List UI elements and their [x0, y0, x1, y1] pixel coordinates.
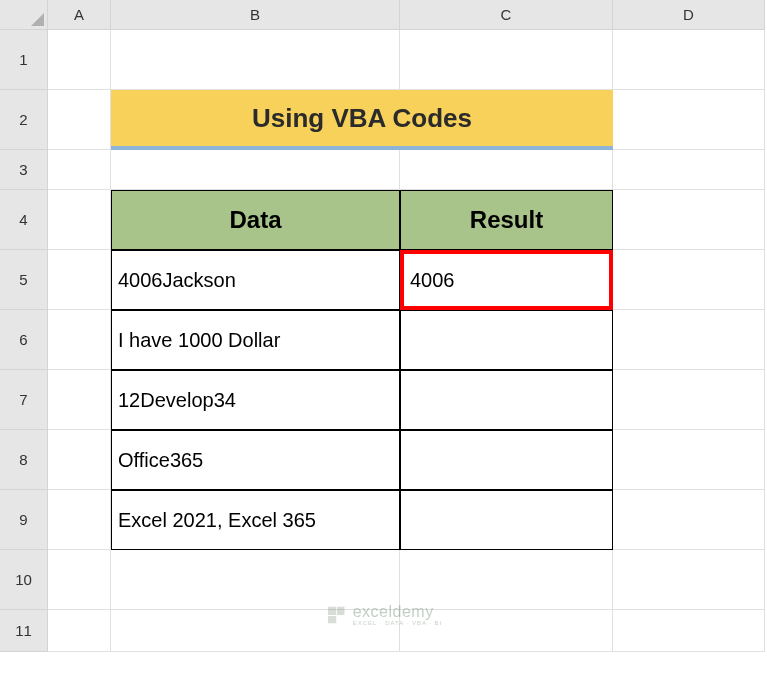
cell-c3[interactable]	[400, 150, 613, 190]
cell-b10[interactable]	[111, 550, 400, 610]
cell-c10[interactable]	[400, 550, 613, 610]
row-header-8[interactable]: 8	[0, 430, 48, 490]
cell-d2[interactable]	[613, 90, 765, 150]
cell-a10[interactable]	[48, 550, 111, 610]
cell-a4[interactable]	[48, 190, 111, 250]
result-cell-c9[interactable]	[400, 490, 613, 550]
cell-a7[interactable]	[48, 370, 111, 430]
watermark: exceldemy EXCEL · DATA · VBA · BI	[325, 604, 443, 626]
cell-d4[interactable]	[613, 190, 765, 250]
cell-a2[interactable]	[48, 90, 111, 150]
data-cell-b6[interactable]: I have 1000 Dollar	[111, 310, 400, 370]
cell-d8[interactable]	[613, 430, 765, 490]
watermark-main: exceldemy	[353, 604, 443, 620]
data-cell-b5[interactable]: 4006Jackson	[111, 250, 400, 310]
result-cell-c8[interactable]	[400, 430, 613, 490]
row-header-6[interactable]: 6	[0, 310, 48, 370]
watermark-icon	[325, 604, 347, 626]
row-header-5[interactable]: 5	[0, 250, 48, 310]
cell-b3[interactable]	[111, 150, 400, 190]
result-cell-c5[interactable]: 4006	[400, 250, 613, 310]
cell-a3[interactable]	[48, 150, 111, 190]
col-header-c[interactable]: C	[400, 0, 613, 30]
col-header-d[interactable]: D	[613, 0, 765, 30]
cell-d5[interactable]	[613, 250, 765, 310]
watermark-sub: EXCEL · DATA · VBA · BI	[353, 620, 443, 626]
row-header-3[interactable]: 3	[0, 150, 48, 190]
row-header-4[interactable]: 4	[0, 190, 48, 250]
row-header-9[interactable]: 9	[0, 490, 48, 550]
cell-c1[interactable]	[400, 30, 613, 90]
data-cell-b7[interactable]: 12Develop34	[111, 370, 400, 430]
cell-b1[interactable]	[111, 30, 400, 90]
cell-d9[interactable]	[613, 490, 765, 550]
cell-d7[interactable]	[613, 370, 765, 430]
row-header-7[interactable]: 7	[0, 370, 48, 430]
col-header-a[interactable]: A	[48, 0, 111, 30]
result-cell-c7[interactable]	[400, 370, 613, 430]
cell-a9[interactable]	[48, 490, 111, 550]
row-header-2[interactable]: 2	[0, 90, 48, 150]
table-header-result[interactable]: Result	[400, 190, 613, 250]
cell-a1[interactable]	[48, 30, 111, 90]
cell-a11[interactable]	[48, 610, 111, 652]
result-cell-c6[interactable]	[400, 310, 613, 370]
cell-d6[interactable]	[613, 310, 765, 370]
cell-a8[interactable]	[48, 430, 111, 490]
select-all-corner[interactable]	[0, 0, 48, 30]
col-header-b[interactable]: B	[111, 0, 400, 30]
data-cell-b9[interactable]: Excel 2021, Excel 365	[111, 490, 400, 550]
cell-a6[interactable]	[48, 310, 111, 370]
watermark-text: exceldemy EXCEL · DATA · VBA · BI	[353, 604, 443, 626]
cell-d11[interactable]	[613, 610, 765, 652]
title-cell[interactable]: Using VBA Codes	[111, 90, 613, 150]
table-header-data[interactable]: Data	[111, 190, 400, 250]
spreadsheet-grid: A B C D 1 2 3 4 5 6 7 8 9 10 11 Using VB…	[0, 0, 767, 652]
row-header-10[interactable]: 10	[0, 550, 48, 610]
cell-d10[interactable]	[613, 550, 765, 610]
cell-d1[interactable]	[613, 30, 765, 90]
row-header-1[interactable]: 1	[0, 30, 48, 90]
row-header-11[interactable]: 11	[0, 610, 48, 652]
cell-a5[interactable]	[48, 250, 111, 310]
data-cell-b8[interactable]: Office365	[111, 430, 400, 490]
cell-d3[interactable]	[613, 150, 765, 190]
